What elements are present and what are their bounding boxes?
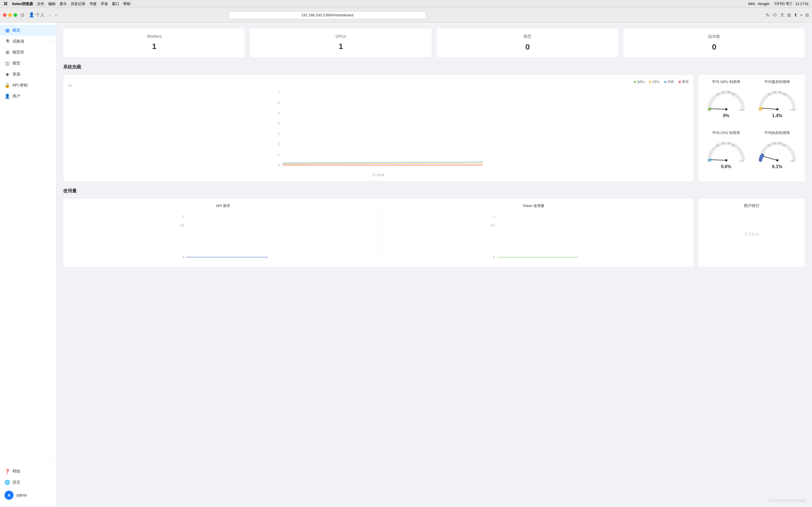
- sidebar-item-language[interactable]: 🌐 语言: [0, 477, 56, 488]
- svg-text:20: 20: [767, 93, 770, 96]
- sidebar-item-ziyuan[interactable]: ◈ 资源: [0, 69, 56, 80]
- api-chart-svg: 1 0.8 0: [70, 211, 376, 262]
- menu-history[interactable]: 历史记录: [71, 1, 86, 6]
- svg-text:5: 5: [278, 111, 280, 115]
- svg-text:100: 100: [790, 108, 794, 111]
- svg-text:6: 6: [278, 101, 280, 104]
- overview-icon: ▦: [4, 27, 10, 33]
- back-button[interactable]: ‹: [48, 12, 52, 18]
- reload-button[interactable]: ↻: [765, 12, 770, 18]
- svg-text:20: 20: [716, 144, 719, 147]
- legend-gpu: GPU: [634, 79, 645, 84]
- menu-bookmarks[interactable]: 书签: [89, 1, 97, 6]
- tabs-button[interactable]: ⧉: [805, 12, 809, 18]
- stat-card-workers: Workers 1: [63, 28, 245, 57]
- grid-button[interactable]: ⊞: [786, 12, 792, 18]
- svg-text:0: 0: [278, 163, 280, 167]
- traffic-lights: [3, 13, 17, 17]
- mac-status-bar: 94% Honglei 3月9日 周三 21:17:51: [748, 1, 809, 6]
- legend-vram: 显存: [679, 79, 689, 84]
- svg-text:1: 1: [493, 215, 495, 218]
- svg-point-39: [725, 159, 727, 161]
- menu-safari[interactable]: Safari浏览器: [12, 1, 33, 6]
- svg-text:60: 60: [728, 142, 730, 145]
- sidebar-label-language: 语言: [12, 480, 52, 485]
- menu-edit[interactable]: 编辑: [48, 1, 56, 6]
- sidebar-item-shiyanchang[interactable]: ⚗ 试验场 ›: [0, 36, 56, 47]
- date-time: 3月9日 周三: [774, 1, 793, 6]
- svg-text:7: 7: [278, 91, 280, 94]
- moxingku-icon: ⊞: [4, 50, 10, 55]
- gauge-svg-gpu: 0 100 20 80 40 60: [705, 87, 748, 112]
- browser-chrome: ⊟ 👤 个人 ‹ › 192.168.100.2:890/#/dashboard…: [0, 8, 812, 22]
- svg-point-31: [776, 108, 778, 110]
- app-layout: ▦ 概览 ⚗ 试验场 › ⊞ 模型库 ◫ 模型 ◈ 资源 🔒 API 密钥 👤 …: [0, 22, 812, 507]
- system-load-svg: 7 6 5 4 3 2 1 0: [68, 87, 689, 171]
- menu-file[interactable]: 文件: [37, 1, 44, 6]
- watermark: CSDN @[shenhonglei]: [768, 498, 805, 503]
- legend-label-memory: 内存: [667, 79, 674, 84]
- share-button[interactable]: ⬆: [793, 12, 798, 18]
- url-text: 192.168.100.2:890/#/dashboard: [301, 13, 353, 17]
- size-small-button[interactable]: 小: [772, 11, 777, 18]
- token-usage-chart: Token 使用量 1 0.8 0: [378, 203, 689, 263]
- svg-text:80: 80: [783, 93, 786, 96]
- legend-memory: 内存: [664, 79, 674, 84]
- stat-card-replicas: 副本数 0: [623, 28, 805, 57]
- menu-window[interactable]: 窗口: [112, 1, 119, 6]
- system-load-title: 系统负载: [63, 64, 805, 70]
- svg-point-23: [725, 108, 727, 110]
- minimize-button[interactable]: [8, 13, 12, 17]
- maximize-button[interactable]: [13, 13, 17, 17]
- new-tab-button[interactable]: +: [800, 12, 803, 18]
- size-large-button[interactable]: 大: [779, 11, 785, 18]
- close-button[interactable]: [3, 13, 6, 17]
- sidebar-item-yonghu[interactable]: 👤 用户: [0, 91, 56, 102]
- svg-text:60: 60: [779, 91, 781, 94]
- mac-menu: ⌘ Safari浏览器 文件 编辑 显示 历史记录 书签 开发 窗口 帮助: [3, 1, 131, 6]
- sidebar-label-yonghu: 用户: [12, 94, 52, 99]
- usage-row: API 请求 1 0.8 0: [63, 199, 805, 267]
- stat-value-replicas: 0: [630, 43, 798, 52]
- svg-text:0: 0: [759, 159, 760, 162]
- username: admin: [16, 493, 27, 497]
- gauge-memory-util: 平均内存利用率 0 100 20 80 40 60 6.1%: [754, 130, 801, 177]
- menu-view[interactable]: 显示: [59, 1, 67, 6]
- forward-button[interactable]: ›: [54, 12, 58, 18]
- gauge-value-memory: 6.1%: [772, 164, 782, 169]
- chart-x-label: 21:16:46: [68, 173, 689, 177]
- legend-label-gpu: GPU: [637, 80, 645, 84]
- stat-title-workers: Workers: [70, 34, 238, 39]
- svg-line-30: [762, 108, 777, 109]
- sidebar-item-help[interactable]: ❓ 帮助: [0, 466, 56, 477]
- sidebar-label-moxingku: 模型库: [12, 50, 52, 55]
- user-rank-empty: 暂无数据: [703, 212, 801, 257]
- shiyanchang-icon: ⚗: [4, 39, 10, 44]
- sidebar-item-moxing[interactable]: ◫ 模型: [0, 58, 56, 69]
- menu-help[interactable]: 帮助: [123, 1, 131, 6]
- gauge-value-vram: 1.4%: [772, 113, 782, 118]
- sidebar-item-overview[interactable]: ▦ 概览: [0, 25, 56, 36]
- svg-text:2: 2: [278, 143, 280, 146]
- legend-dot-vram: [679, 81, 681, 83]
- sidebar-toggle-button[interactable]: ⊟: [19, 12, 26, 18]
- sidebar-item-moxingku[interactable]: ⊞ 模型库: [0, 47, 56, 58]
- apple-menu[interactable]: ⌘: [3, 1, 8, 6]
- user-section[interactable]: A admin: [0, 488, 56, 503]
- sidebar-label-ziyuan: 资源: [12, 72, 52, 77]
- usage-chart-card: API 请求 1 0.8 0: [63, 199, 694, 267]
- legend-dot-gpu: [634, 81, 636, 83]
- svg-text:1: 1: [278, 153, 280, 156]
- user-account-button[interactable]: 👤 个人: [28, 11, 46, 18]
- moxing-icon: ◫: [4, 61, 10, 66]
- gauge-title-vram: 平均显存利用率: [764, 79, 790, 84]
- token-chart-svg: 1 0.8 0: [380, 211, 687, 262]
- menu-dev[interactable]: 开发: [101, 1, 108, 6]
- gauge-gpu-util: 平均 GPU 利用率 0 100 20 80 40 60: [703, 79, 749, 126]
- address-bar[interactable]: 192.168.100.2:890/#/dashboard: [229, 11, 426, 19]
- usage-title: 使用量: [63, 188, 805, 194]
- svg-text:100: 100: [739, 108, 743, 111]
- sidebar-item-api[interactable]: 🔒 API 密钥: [0, 80, 56, 91]
- gauge-svg-vram: 0 100 20 80 40 60: [756, 87, 799, 112]
- stat-title-models: 模型: [444, 34, 612, 39]
